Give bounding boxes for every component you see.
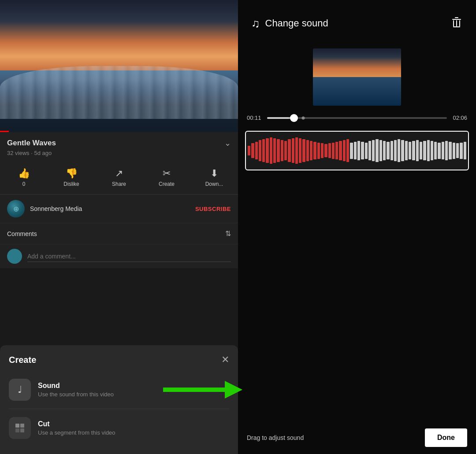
chevron-down-icon[interactable]: ⌄ — [224, 138, 231, 148]
waveform-bar — [299, 138, 301, 163]
preview-water — [313, 77, 401, 106]
dislike-icon: 👎 — [66, 168, 78, 179]
waveform-bar — [357, 141, 360, 160]
change-sound-section: ♫ Change sound — [251, 17, 328, 30]
waveform-bar — [284, 141, 287, 160]
waveform-bar — [456, 143, 459, 158]
right-panel: ♫ Change sound 00:11 02:06 — [238, 0, 476, 454]
waveform-bar — [412, 141, 415, 160]
waveform-bar — [332, 143, 335, 159]
delete-button[interactable] — [450, 16, 463, 31]
change-sound-title: Change sound — [265, 18, 328, 29]
timeline-track[interactable] — [267, 117, 447, 119]
comments-label: Comments — [7, 230, 37, 237]
waveform-bar — [277, 139, 279, 162]
share-icon: ↗ — [115, 168, 123, 179]
done-button[interactable]: Done — [425, 428, 467, 447]
waveform-bar — [354, 142, 357, 160]
download-button[interactable]: ⬇ Down... — [190, 164, 238, 191]
download-icon: ⬇ — [210, 168, 218, 179]
waveform-bar — [427, 140, 430, 161]
waveform-bar — [313, 142, 316, 160]
waveform-bar — [302, 139, 305, 162]
create-sheet: Create ✕ ♩ Sound Use the sound from this… — [0, 345, 238, 454]
green-arrow-icon — [163, 381, 242, 399]
waveform-bar — [350, 143, 353, 159]
timeline-dot — [301, 116, 305, 119]
waveform-bar — [324, 144, 327, 157]
channel-avatar: ⊕ — [7, 200, 25, 218]
waveform-bar — [259, 140, 261, 161]
right-header: ♫ Change sound — [238, 0, 476, 40]
subscribe-button[interactable]: SUBSCRIBE — [195, 206, 231, 212]
cut-title: Cut — [38, 420, 229, 428]
waveform-bar — [295, 137, 298, 163]
left-panel: Gentle Waves ⌄ 32 views · 5d ago 👍 0 👎 D… — [0, 0, 238, 454]
waveform-bar — [328, 143, 331, 158]
waveform-bar — [445, 141, 448, 160]
svg-rect-9 — [459, 20, 460, 26]
comment-input[interactable] — [27, 251, 231, 262]
video-preview — [313, 48, 401, 106]
waveform-bar — [405, 141, 408, 160]
waveform-bar — [270, 137, 272, 163]
svg-marker-0 — [163, 381, 242, 399]
close-button[interactable]: ✕ — [221, 354, 229, 365]
waveform-bar — [383, 141, 386, 160]
waveform-bar — [361, 142, 364, 160]
sound-icon: ♩ — [9, 379, 31, 401]
waveform-bar — [317, 143, 320, 159]
user-avatar — [7, 249, 22, 264]
waveform-bar — [453, 143, 455, 159]
sound-item[interactable]: ♩ Sound Use the sound from this video — [0, 373, 238, 407]
create-title: Create — [9, 355, 36, 365]
waveform-bar — [368, 141, 371, 160]
svg-rect-3 — [15, 428, 19, 432]
timeline-thumb[interactable] — [290, 114, 298, 122]
waveform-bar — [346, 139, 349, 162]
share-button[interactable]: ↗ Share — [95, 164, 143, 191]
cut-item[interactable]: Cut Use a segment from this video — [0, 411, 238, 445]
waveform-bar — [449, 142, 451, 160]
like-button[interactable]: 👍 0 — [0, 164, 48, 191]
time-end: 02:06 — [451, 114, 467, 121]
waveform-bar — [288, 139, 290, 162]
create-header: Create ✕ — [0, 354, 238, 373]
waveform-bar — [343, 140, 346, 161]
sort-icon[interactable]: ⇅ — [225, 229, 231, 238]
waveform-bar — [379, 140, 382, 161]
svg-rect-10 — [453, 26, 460, 27]
video-title: Gentle Waves — [7, 139, 56, 148]
video-meta: 32 views · 5d ago — [7, 150, 231, 156]
waveform-container[interactable] — [245, 131, 469, 170]
waveform-bar — [390, 141, 393, 160]
waveform-bar — [266, 138, 268, 163]
waveform-bar — [376, 139, 378, 162]
waveform-bar — [442, 142, 444, 160]
channel-name[interactable]: Sonnenberg Media — [30, 205, 190, 212]
waveform-bar — [464, 142, 466, 160]
svg-rect-8 — [456, 20, 457, 26]
waveform-bar — [306, 140, 309, 161]
waveform-bar — [416, 140, 419, 161]
waveform-bar — [398, 139, 400, 162]
waveform-bar — [321, 143, 324, 158]
waveform-bar — [438, 143, 440, 159]
waveform-bar — [339, 141, 342, 160]
bottom-bar: Drag to adjust sound Done — [238, 421, 476, 454]
waveform-bar — [460, 143, 462, 159]
waveform-bar — [434, 142, 437, 160]
create-button[interactable]: ✂ Create — [143, 164, 190, 191]
waveform-bar — [310, 141, 312, 160]
waveform-bar — [255, 142, 258, 160]
preview-sky — [313, 48, 401, 77]
dislike-button[interactable]: 👎 Dislike — [48, 164, 95, 191]
waveform-bar — [420, 142, 422, 160]
waveform-bar — [387, 142, 389, 160]
channel-row: ⊕ Sonnenberg Media SUBSCRIBE — [0, 195, 238, 223]
video-thumbnail — [0, 0, 238, 132]
video-info: Gentle Waves ⌄ 32 views · 5d ago — [0, 132, 238, 161]
svg-rect-6 — [455, 17, 458, 18]
drag-hint: Drag to adjust sound — [247, 434, 304, 441]
like-icon: 👍 — [18, 168, 30, 179]
